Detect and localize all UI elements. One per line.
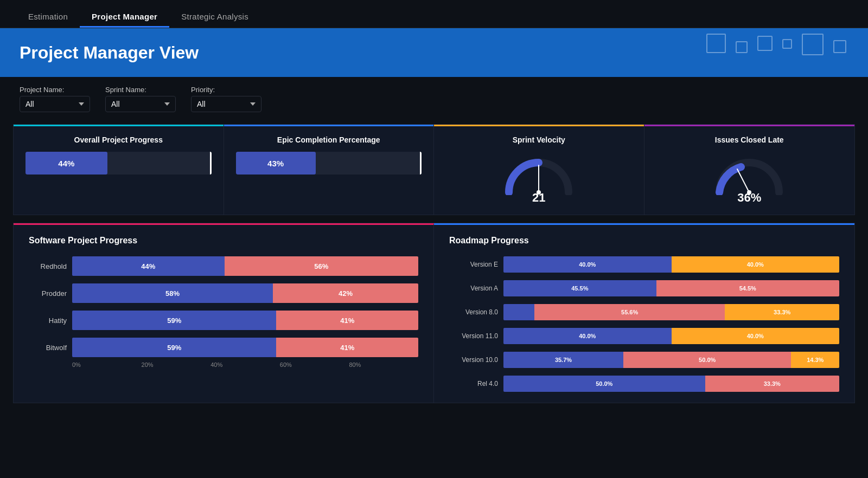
- roadmap-bar-track: 40.0%40.0%: [503, 256, 839, 273]
- x-axis-label: 20%: [142, 361, 211, 368]
- roadmap-bar-track: 45.5%54.5%: [503, 280, 839, 296]
- metric-overall-title: Overall Project Progress: [25, 135, 212, 144]
- roadmap-bar-row: Rel 4.050.0%33.3%: [449, 376, 839, 392]
- roadmap-bar-row: Version A45.5%54.5%: [449, 280, 839, 296]
- bar-seg-pink: 41%: [276, 311, 418, 330]
- bar-row: Prodder58%42%: [29, 283, 418, 303]
- roadmap-bar-track: 35.7%50.0%14.3%: [503, 352, 839, 368]
- tab-bar: Estimation Project Manager Strategic Ana…: [0, 0, 868, 28]
- roadmap-bar-label: Version 11.0: [449, 332, 498, 340]
- bar-seg-blue: 59%: [72, 338, 276, 357]
- roadmap-progress-card: Roadmap Progress Version E40.0%40.0%Vers…: [434, 223, 854, 403]
- roadmap-seg-orange: 40.0%: [672, 256, 840, 273]
- metric-issues-title: Issues Closed Late: [656, 135, 843, 144]
- bar-row: Redhold44%56%: [29, 256, 418, 276]
- velocity-gauge: 21: [446, 152, 632, 205]
- x-axis: 0%20%40%60%80%: [72, 361, 418, 368]
- priority-filter: Priority: All: [191, 86, 261, 112]
- deco-rect-3: [757, 36, 773, 51]
- roadmap-bar-track: 40.0%40.0%: [503, 328, 839, 344]
- sprint-name-label: Sprint Name:: [105, 86, 176, 94]
- bar-label: Prodder: [29, 289, 67, 298]
- roadmap-bar-label: Rel 4.0: [449, 380, 498, 387]
- priority-label: Priority:: [191, 86, 261, 94]
- roadmap-bar-label: Version 10.0: [449, 356, 498, 364]
- overall-progress-fill: 44%: [25, 152, 107, 175]
- deco-rect-5: [802, 34, 824, 55]
- roadmap-seg-pink: 50.0%: [623, 352, 792, 368]
- priority-select[interactable]: All: [191, 96, 261, 112]
- velocity-value: 21: [532, 191, 545, 205]
- roadmap-bar-row: Version 8.055.6%33.3%: [449, 304, 839, 320]
- epic-progress-bar: 43%: [236, 152, 422, 175]
- roadmap-bar-track: 55.6%33.3%: [503, 304, 839, 320]
- bar-track: 59%41%: [72, 338, 418, 357]
- metrics-row: Overall Project Progress 44% Epic Comple…: [13, 124, 855, 215]
- svg-line-2: [737, 169, 749, 192]
- roadmap-seg-blue: 40.0%: [503, 328, 672, 344]
- metric-epic-completion: Epic Completion Percentage 43%: [224, 125, 435, 215]
- bar-track: 58%42%: [72, 283, 418, 303]
- metric-overall-progress: Overall Project Progress 44%: [14, 125, 224, 215]
- overall-progress-line: [210, 152, 212, 175]
- bar-seg-pink: 56%: [225, 256, 418, 276]
- issues-gauge-svg: [711, 152, 787, 195]
- bar-seg-blue: 59%: [72, 311, 276, 330]
- roadmap-bar-row: Version E40.0%40.0%: [449, 256, 839, 273]
- x-axis-label: 80%: [349, 361, 418, 368]
- roadmap-seg-blue: 40.0%: [503, 256, 672, 273]
- roadmap-bar-chart: Version E40.0%40.0%Version A45.5%54.5%Ve…: [449, 256, 839, 392]
- bar-row: Hatity59%41%: [29, 311, 418, 330]
- deco-rect-2: [736, 41, 748, 53]
- filters-section: Project Name: All Sprint Name: All Prior…: [0, 77, 868, 118]
- software-progress-card: Software Project Progress Redhold44%56%P…: [14, 223, 434, 403]
- issues-value: 36%: [737, 191, 761, 205]
- metric-velocity-title: Sprint Velocity: [446, 135, 632, 144]
- overall-progress-value: 44%: [58, 159, 74, 168]
- sprint-name-select[interactable]: All: [105, 96, 176, 112]
- x-axis-label: 40%: [210, 361, 280, 368]
- tab-strategic-analysis[interactable]: Strategic Analysis: [169, 5, 260, 28]
- roadmap-seg-blue: 35.7%: [503, 352, 623, 368]
- project-name-select[interactable]: All: [20, 96, 90, 112]
- tab-estimation[interactable]: Estimation: [16, 5, 80, 28]
- sprint-name-filter: Sprint Name: All: [105, 86, 176, 112]
- bar-label: Hatity: [29, 316, 67, 325]
- roadmap-progress-title: Roadmap Progress: [449, 236, 839, 246]
- bar-track: 44%56%: [72, 256, 418, 276]
- roadmap-bar-label: Version A: [449, 285, 498, 292]
- project-name-filter: Project Name: All: [20, 86, 90, 112]
- deco-rect-1: [706, 34, 726, 53]
- roadmap-seg-orange: 33.3%: [725, 304, 839, 320]
- roadmap-bar-row: Version 10.035.7%50.0%14.3%: [449, 352, 839, 368]
- roadmap-seg-blue: [503, 304, 534, 320]
- bar-seg-blue: 44%: [72, 256, 225, 276]
- epic-progress-fill: 43%: [236, 152, 316, 175]
- roadmap-bar-track: 50.0%33.3%: [503, 376, 839, 392]
- bar-seg-blue: 58%: [72, 283, 273, 303]
- roadmap-seg-orange: 14.3%: [791, 352, 839, 368]
- roadmap-seg-pink: 55.6%: [534, 304, 725, 320]
- issues-gauge: 36%: [656, 152, 843, 205]
- x-axis-label: 60%: [280, 361, 349, 368]
- project-name-label: Project Name:: [20, 86, 90, 94]
- header-banner: Project Manager View: [0, 28, 868, 77]
- bar-label: Redhold: [29, 262, 67, 270]
- roadmap-bar-label: Version 8.0: [449, 308, 498, 316]
- overall-progress-bar: 44%: [25, 152, 212, 175]
- x-axis-label: 0%: [72, 361, 142, 368]
- banner-decoration: [706, 34, 846, 55]
- tab-project-manager[interactable]: Project Manager: [80, 5, 169, 28]
- software-progress-title: Software Project Progress: [29, 236, 418, 246]
- metric-issues-closed: Issues Closed Late 36%: [644, 125, 855, 215]
- page-title: Project Manager View: [20, 43, 199, 63]
- velocity-gauge-svg: [501, 152, 577, 195]
- bar-track: 59%41%: [72, 311, 418, 330]
- deco-rect-4: [782, 39, 792, 49]
- metric-sprint-velocity: Sprint Velocity 21: [434, 125, 644, 215]
- roadmap-seg-blue: 45.5%: [503, 280, 656, 296]
- roadmap-seg-pink: 33.3%: [705, 376, 839, 392]
- software-bar-chart: Redhold44%56%Prodder58%42%Hatity59%41%Bi…: [29, 256, 418, 357]
- roadmap-seg-orange: 40.0%: [672, 328, 840, 344]
- roadmap-seg-blue: 50.0%: [503, 376, 705, 392]
